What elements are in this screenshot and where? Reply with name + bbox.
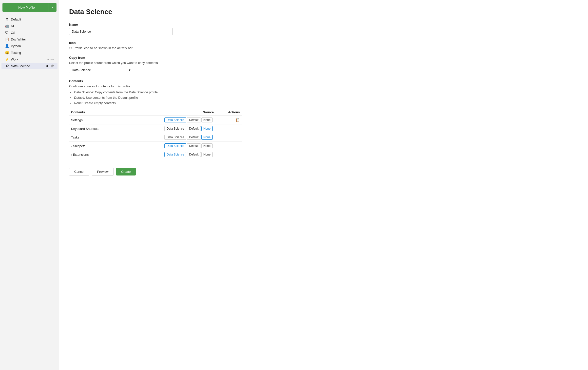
source-btn-default[interactable]: Default: [187, 152, 201, 157]
copy-icon[interactable]: 📋: [236, 118, 240, 122]
row-actions-0: 📋: [215, 116, 242, 124]
new-profile-label: New Profile: [2, 6, 49, 9]
cs-icon: 🛡: [5, 31, 9, 35]
new-profile-button[interactable]: New Profile ▾: [2, 3, 57, 12]
col-header-contents: Contents: [69, 109, 124, 116]
sidebar-item-work[interactable]: ⚡WorkIn use: [1, 56, 57, 62]
doc-writer-icon: 📋: [5, 37, 9, 41]
expand-chevron-icon[interactable]: ›: [71, 153, 72, 156]
dropdown-chevron-icon: ▾: [129, 68, 131, 72]
row-actions-4: [215, 150, 242, 159]
row-source-2: Data ScienceDefaultNone: [124, 133, 215, 142]
sidebar: New Profile ▾ ⚙Default🤖AI🛡CS📋Doc Writer👤…: [0, 0, 59, 370]
default-icon: ⚙: [5, 17, 9, 21]
table-row: Keyboard ShortcutsData ScienceDefaultNon…: [69, 124, 242, 133]
ai-icon: 🤖: [5, 24, 9, 28]
data-science-icon: ⚙: [5, 64, 9, 68]
copy-from-value: Data Science: [72, 68, 91, 72]
bullet-item: None: Create empty contents: [74, 100, 578, 106]
bullet-item: Default: Use contents from the Default p…: [74, 95, 578, 100]
source-btn-default[interactable]: Default: [187, 126, 201, 131]
source-btn-default[interactable]: Default: [187, 117, 201, 122]
sidebar-item-label-python: Python: [11, 44, 54, 48]
sidebar-item-label-data-science: Data Science: [11, 64, 44, 68]
table-row: ›ExtensionsData ScienceDefaultNone: [69, 150, 242, 159]
row-name-0: Settings: [69, 116, 124, 124]
row-actions-2: [215, 133, 242, 142]
table-row: TasksData ScienceDefaultNone: [69, 133, 242, 142]
sidebar-item-label-testing: Testing: [11, 51, 54, 55]
copy-from-description: Select the profile source from which you…: [69, 61, 578, 65]
source-btn-default[interactable]: Default: [187, 143, 201, 148]
sidebar-item-label-cs: CS: [11, 31, 54, 35]
gear-icon: ⚙: [69, 46, 72, 50]
sidebar-item-default[interactable]: ⚙Default: [1, 16, 57, 22]
source-btn-data-science[interactable]: Data Science: [164, 117, 186, 122]
main-content: Data Science Name Icon ⚙ Profile icon to…: [59, 0, 588, 370]
source-btn-data-science[interactable]: Data Science: [164, 126, 186, 131]
delete-icon[interactable]: 🗑: [51, 64, 54, 68]
chevron-down-icon: ▾: [49, 3, 57, 12]
source-btn-none[interactable]: None: [201, 126, 213, 131]
preview-button[interactable]: Preview: [92, 168, 114, 175]
unsaved-dot: [46, 65, 48, 67]
source-btn-none[interactable]: None: [201, 152, 213, 157]
sidebar-item-data-science[interactable]: ⚙Data Science🗑: [1, 63, 57, 69]
sidebar-item-ai[interactable]: 🤖AI: [1, 23, 57, 29]
row-name-2: Tasks: [69, 133, 124, 142]
row-name-4: ›Extensions: [69, 150, 124, 159]
testing-icon: 😊: [5, 51, 9, 55]
sidebar-item-doc-writer[interactable]: 📋Doc Writer: [1, 36, 57, 42]
contents-label: Contents: [69, 79, 578, 83]
row-source-0: Data ScienceDefaultNone: [124, 116, 215, 124]
source-btn-none[interactable]: None: [201, 135, 213, 140]
bullet-item: Data Science: Copy contents from the Dat…: [74, 90, 578, 95]
source-btn-data-science[interactable]: Data Science: [164, 152, 186, 157]
page-title: Data Science: [69, 8, 578, 16]
row-source-1: Data ScienceDefaultNone: [124, 124, 215, 133]
contents-bullets: Data Science: Copy contents from the Dat…: [74, 90, 578, 106]
row-source-4: Data ScienceDefaultNone: [124, 150, 215, 159]
expand-chevron-icon[interactable]: ›: [71, 145, 72, 148]
source-btn-data-science[interactable]: Data Science: [164, 143, 186, 148]
contents-description: Configure source of contents for this pr…: [69, 84, 578, 88]
source-btn-none[interactable]: None: [201, 117, 213, 122]
copy-from-select[interactable]: Data Science ▾: [69, 67, 133, 73]
cancel-button[interactable]: Cancel: [69, 168, 89, 175]
row-source-3: Data ScienceDefaultNone: [124, 142, 215, 150]
row-name-1: Keyboard Shortcuts: [69, 124, 124, 133]
row-actions-1: [215, 124, 242, 133]
copy-from-section: Copy from Select the profile source from…: [69, 56, 578, 73]
profile-list: ⚙Default🤖AI🛡CS📋Doc Writer👤Python😊Testing…: [0, 15, 59, 70]
contents-table: Contents Source Actions SettingsData Sci…: [69, 109, 242, 159]
footer-buttons: Cancel Preview Create: [69, 168, 578, 175]
icon-label: Icon: [69, 41, 578, 45]
col-header-actions: Actions: [215, 109, 242, 116]
sidebar-item-label-doc-writer: Doc Writer: [11, 38, 54, 41]
sidebar-item-testing[interactable]: 😊Testing: [1, 49, 57, 56]
source-btn-none[interactable]: None: [201, 143, 213, 148]
in-use-badge: In use: [47, 58, 54, 61]
source-btn-default[interactable]: Default: [187, 135, 201, 140]
sidebar-item-label-default: Default: [11, 18, 54, 21]
row-name-3: ›Snippets: [69, 142, 124, 150]
copy-from-label: Copy from: [69, 56, 578, 59]
table-row: SettingsData ScienceDefaultNone📋: [69, 116, 242, 124]
icon-hint: ⚙ Profile icon to be shown in the activi…: [69, 46, 578, 50]
contents-section: Contents Configure source of contents fo…: [69, 79, 578, 159]
name-input[interactable]: [69, 28, 173, 35]
table-row: ›SnippetsData ScienceDefaultNone: [69, 142, 242, 150]
name-label: Name: [69, 23, 578, 26]
icon-hint-text: Profile icon to be shown in the activity…: [74, 46, 133, 50]
icon-section: Icon ⚙ Profile icon to be shown in the a…: [69, 41, 578, 50]
sidebar-item-label-ai: AI: [11, 24, 54, 28]
sidebar-item-python[interactable]: 👤Python: [1, 43, 57, 49]
source-btn-data-science[interactable]: Data Science: [164, 135, 186, 140]
sidebar-item-label-work: Work: [11, 58, 44, 61]
row-actions-3: [215, 142, 242, 150]
name-section: Name: [69, 23, 578, 35]
sidebar-item-cs[interactable]: 🛡CS: [1, 29, 57, 36]
create-button[interactable]: Create: [116, 168, 136, 175]
python-icon: 👤: [5, 44, 9, 48]
col-header-source: Source: [124, 109, 215, 116]
